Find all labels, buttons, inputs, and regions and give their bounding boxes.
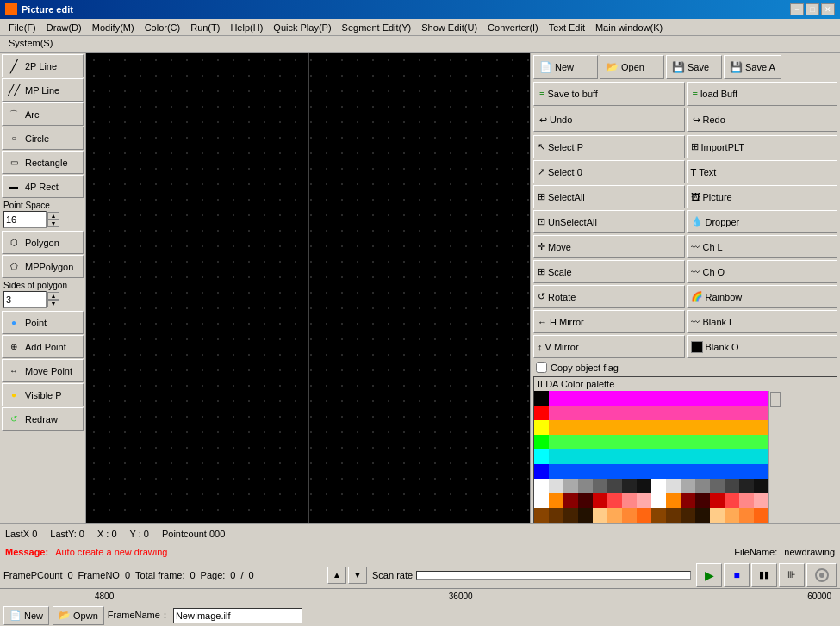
palette-cell[interactable] xyxy=(637,479,651,493)
palette-cell[interactable] xyxy=(725,406,739,420)
point-space-input[interactable] xyxy=(3,211,47,228)
select-p-button[interactable]: ↖ Select P xyxy=(533,135,685,158)
page-down-button[interactable]: ▼ xyxy=(348,567,367,584)
rotate-button[interactable]: ↺ Rotate xyxy=(533,285,685,308)
sides-down[interactable]: ▼ xyxy=(47,300,59,307)
picture-button[interactable]: 🖼 Picture xyxy=(687,185,838,208)
palette-cell[interactable] xyxy=(710,435,725,449)
palette-cell[interactable] xyxy=(637,406,651,420)
palette-cell[interactable] xyxy=(754,464,768,479)
palette-cell[interactable] xyxy=(578,464,593,479)
text-button[interactable]: T Text xyxy=(687,160,838,183)
unselect-all-button[interactable]: ⊡ UnSelectAll xyxy=(533,210,685,233)
palette-cell[interactable] xyxy=(593,493,607,508)
scroll-thumb[interactable] xyxy=(770,392,781,407)
palette-cell[interactable] xyxy=(534,464,549,479)
palette-cell[interactable] xyxy=(607,508,622,523)
palette-cell[interactable] xyxy=(622,435,637,449)
palette-cell[interactable] xyxy=(725,464,739,479)
h-mirror-button[interactable]: ↔ H Mirror xyxy=(533,310,685,333)
palette-cell[interactable] xyxy=(754,493,768,508)
palette-cell[interactable] xyxy=(666,449,681,464)
menu-file[interactable]: File(F) xyxy=(3,21,41,34)
menu-mainwindow[interactable]: Main window(K) xyxy=(590,21,668,34)
palette-cell[interactable] xyxy=(695,449,710,464)
palette-cell[interactable] xyxy=(622,391,637,406)
menu-textedit[interactable]: Text Edit xyxy=(544,21,590,34)
palette-cell[interactable] xyxy=(666,435,681,449)
menu-converter[interactable]: Converter(I) xyxy=(482,21,544,34)
palette-cell[interactable] xyxy=(534,449,549,464)
point-space-down[interactable]: ▼ xyxy=(47,220,59,227)
stop-button[interactable]: ■ xyxy=(724,563,750,587)
menu-color[interactable]: Color(C) xyxy=(140,21,186,34)
tool-mppolygon[interactable]: ⬠ MPPolygon xyxy=(2,255,84,278)
palette-cell[interactable] xyxy=(637,464,651,479)
palette-cell[interactable] xyxy=(754,420,768,435)
palette-cell[interactable] xyxy=(549,508,563,523)
close-button[interactable]: ✕ xyxy=(821,3,835,15)
palette-cell[interactable] xyxy=(754,508,768,523)
select-all-button[interactable]: ⊞ SelectAll xyxy=(533,185,685,208)
import-plt-button[interactable]: ⊞ ImportPLT xyxy=(687,135,838,158)
palette-cell[interactable] xyxy=(593,406,607,420)
menu-showedit[interactable]: Show Edit(U) xyxy=(416,21,482,34)
palette-cell[interactable] xyxy=(710,464,725,479)
frame-name-input[interactable] xyxy=(173,608,302,623)
palette-cell[interactable] xyxy=(563,435,578,449)
save-all-button[interactable]: 💾 Save A xyxy=(724,55,781,79)
palette-cell[interactable] xyxy=(710,493,725,508)
palette-cell[interactable] xyxy=(563,420,578,435)
palette-cell[interactable] xyxy=(651,435,666,449)
step-button[interactable]: ▮▮ xyxy=(751,563,777,587)
select-0-button[interactable]: ↗ Select 0 xyxy=(533,160,685,183)
palette-cell[interactable] xyxy=(739,420,754,435)
palette-cell[interactable] xyxy=(725,391,739,406)
palette-cell[interactable] xyxy=(754,479,768,493)
palette-cell[interactable] xyxy=(739,406,754,420)
palette-cell[interactable] xyxy=(534,493,549,508)
palette-cell[interactable] xyxy=(607,406,622,420)
palette-cell[interactable] xyxy=(593,435,607,449)
palette-cell[interactable] xyxy=(607,420,622,435)
palette-cell[interactable] xyxy=(578,493,593,508)
palette-cell[interactable] xyxy=(622,449,637,464)
palette-cell[interactable] xyxy=(563,479,578,493)
palette-cell[interactable] xyxy=(607,449,622,464)
palette-cell[interactable] xyxy=(563,406,578,420)
palette-cell[interactable] xyxy=(710,449,725,464)
palette-cell[interactable] xyxy=(563,391,578,406)
blank-o-button[interactable]: ■ Blank O xyxy=(687,335,838,358)
tool-point[interactable]: ● Point xyxy=(2,311,84,334)
record-button[interactable]: ⊪ xyxy=(779,563,805,587)
save-buff-button[interactable]: ≡ Save to buff xyxy=(533,82,685,106)
palette-cell[interactable] xyxy=(695,420,710,435)
palette-cell[interactable] xyxy=(710,391,725,406)
dropper-button[interactable]: 💧 Dropper xyxy=(687,210,838,233)
footer-opwn-button[interactable]: 📂 Opwn xyxy=(53,606,104,625)
tool-2p-line[interactable]: ╱ 2P Line xyxy=(2,54,84,77)
rewind-button[interactable] xyxy=(806,563,837,587)
menu-system[interactable]: System(S) xyxy=(3,36,58,50)
menu-segmentedit[interactable]: Segment Edit(Y) xyxy=(337,21,417,34)
palette-cell[interactable] xyxy=(666,479,681,493)
palette-cell[interactable] xyxy=(710,420,725,435)
new-button[interactable]: 📄 New xyxy=(533,55,598,79)
palette-cell[interactable] xyxy=(549,449,563,464)
palette-cell[interactable] xyxy=(710,406,725,420)
tool-polygon[interactable]: ⬡ Polygon xyxy=(2,231,84,254)
copy-flag-checkbox[interactable] xyxy=(536,362,547,373)
palette-cell[interactable] xyxy=(622,508,637,523)
palette-cell[interactable] xyxy=(681,464,695,479)
palette-cell[interactable] xyxy=(681,449,695,464)
point-space-up[interactable]: ▲ xyxy=(47,212,59,220)
palette-cell[interactable] xyxy=(637,391,651,406)
palette-cell[interactable] xyxy=(593,391,607,406)
palette-cell[interactable] xyxy=(578,406,593,420)
palette-cell[interactable] xyxy=(695,391,710,406)
menu-run[interactable]: Run(T) xyxy=(185,21,225,34)
palette-cell[interactable] xyxy=(534,508,549,523)
palette-cell[interactable] xyxy=(651,449,666,464)
palette-cell[interactable] xyxy=(710,508,725,523)
palette-cell[interactable] xyxy=(754,449,768,464)
